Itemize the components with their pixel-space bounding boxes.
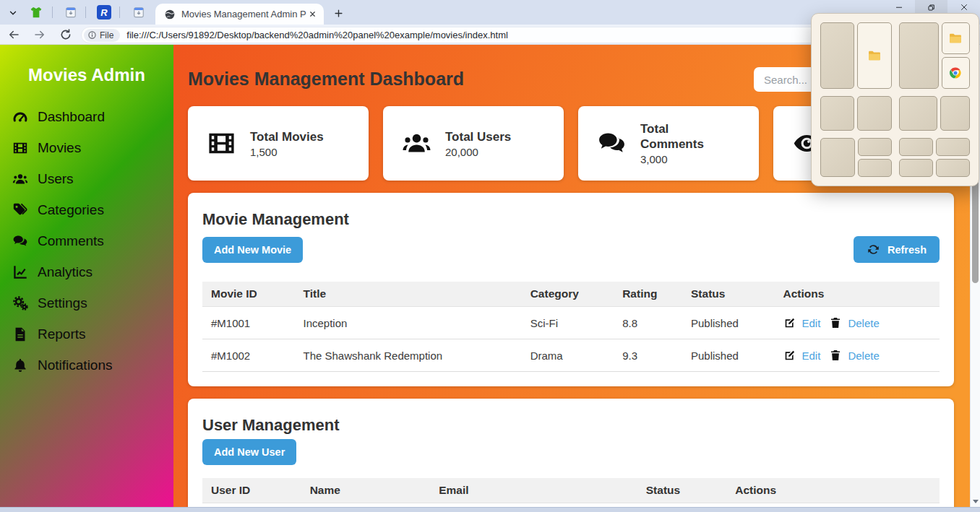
edit-link[interactable]: Edit (802, 350, 821, 362)
snap-pane[interactable] (899, 138, 933, 156)
window-controls (882, 0, 980, 14)
stat-card-total-users: Total Users20,000 (383, 106, 564, 181)
movies-table: Movie ID Title Category Rating Status Ac… (202, 282, 940, 372)
comments-icon (597, 129, 627, 158)
sidebar-item-label: Comments (38, 233, 104, 249)
section-title: Movie Management (202, 210, 940, 229)
sidebar-item-label: Analytics (38, 264, 93, 280)
site-info-chip[interactable]: File (84, 29, 120, 42)
sidebar-item-notifications[interactable]: Notifications (0, 350, 173, 381)
refresh-button[interactable]: Refresh (854, 236, 940, 263)
delete-link[interactable]: Delete (848, 350, 879, 362)
snap-layout-option-5[interactable] (820, 138, 892, 177)
users-icon (12, 171, 28, 187)
movie-category: Sci-Fi (522, 307, 614, 339)
tab-search-button[interactable] (6, 6, 20, 20)
column-header: Status (637, 478, 726, 503)
sidebar-item-comments[interactable]: Comments (0, 225, 173, 256)
snap-pane[interactable] (899, 96, 938, 131)
snap-pane[interactable] (820, 96, 854, 131)
add-new-user-button[interactable]: Add New User (202, 439, 296, 465)
column-header: Rating (614, 282, 682, 307)
stat-label: Total Users (445, 129, 511, 144)
back-button[interactable] (7, 28, 20, 41)
trash-icon[interactable] (829, 316, 842, 329)
stat-label: Total Movies (250, 129, 324, 144)
sidebar-item-analytics[interactable]: Analytics (0, 256, 173, 287)
snap-layout-option-2[interactable] (899, 22, 971, 89)
close-window-button[interactable] (947, 0, 980, 14)
add-new-movie-button[interactable]: Add New Movie (202, 237, 303, 263)
column-header: User ID (202, 478, 301, 503)
snap-pane[interactable] (936, 138, 970, 156)
tab-divider (85, 6, 86, 18)
chrome-icon (949, 66, 962, 79)
film-icon (207, 129, 236, 158)
column-header: Actions (775, 282, 940, 307)
sidebar-item-label: Categories (38, 202, 104, 218)
snap-pane[interactable] (936, 159, 970, 177)
movie-management-section: Movie Management Add New Movie Refresh M… (188, 193, 954, 386)
chart-line-icon (12, 264, 28, 280)
pinned-tab-webstore-icon[interactable] (64, 5, 78, 19)
snap-pane[interactable] (820, 138, 855, 177)
cogs-icon (12, 295, 28, 311)
snap-pane[interactable] (899, 22, 939, 89)
snap-pane[interactable] (942, 57, 970, 89)
snap-pane[interactable] (820, 22, 854, 89)
sidebar-item-reports[interactable]: Reports (0, 318, 173, 350)
delete-link[interactable]: Delete (848, 317, 879, 329)
column-header: Status (682, 282, 775, 307)
minimize-button[interactable] (882, 0, 915, 14)
sidebar-item-users[interactable]: Users (0, 163, 173, 194)
snap-pane[interactable] (857, 96, 891, 131)
url-text: file:///C:/Users/91892/Desktop/backend%2… (126, 30, 508, 40)
sidebar-item-dashboard[interactable]: Dashboard (0, 101, 173, 132)
snap-pane[interactable] (858, 159, 891, 177)
trash-icon[interactable] (829, 349, 842, 362)
sync-icon (867, 243, 880, 256)
forward-button[interactable] (33, 28, 46, 41)
edit-link[interactable]: Edit (802, 317, 821, 329)
movie-category: Drama (522, 339, 614, 372)
edit-icon[interactable] (783, 316, 796, 329)
active-tab[interactable]: Movies Management Admin Pa (155, 4, 324, 25)
scroll-down-arrow[interactable] (973, 500, 979, 503)
stat-value: 20,000 (445, 146, 511, 158)
column-header: Category (522, 282, 614, 307)
reload-button[interactable] (59, 28, 72, 41)
tab-divider (52, 6, 53, 18)
pinned-tab-green-app-icon[interactable] (29, 5, 43, 19)
column-header: Email (430, 478, 637, 503)
folder-icon (867, 48, 882, 63)
edit-icon[interactable] (783, 349, 796, 362)
user-management-section: User Management Add New User User ID Nam… (188, 399, 954, 507)
sidebar-item-settings[interactable]: Settings (0, 287, 173, 318)
snap-layout-option-1[interactable] (820, 22, 892, 89)
sidebar-item-categories[interactable]: Categories (0, 194, 173, 225)
snap-pane[interactable] (857, 22, 891, 89)
tab-close-button[interactable] (306, 9, 318, 20)
comments-icon (12, 233, 28, 249)
sidebar-item-movies[interactable]: Movies (0, 132, 173, 163)
snap-layout-option-3[interactable] (820, 96, 892, 131)
refresh-label: Refresh (887, 244, 927, 256)
new-tab-button[interactable] (331, 6, 345, 20)
sidebar-item-label: Settings (38, 295, 87, 311)
pinned-tab-r-logo-icon[interactable]: R (97, 5, 111, 19)
stat-value: 3,000 (640, 153, 733, 165)
snap-pane[interactable] (858, 138, 891, 156)
site-chip-label: File (100, 30, 113, 40)
snap-layout-option-4[interactable] (899, 96, 971, 131)
bell-icon (12, 357, 28, 373)
restore-icon (927, 3, 936, 12)
pinned-tab-webstore-icon-2[interactable] (132, 5, 146, 19)
snap-pane[interactable] (942, 22, 970, 54)
column-header: Name (301, 478, 431, 503)
column-header: Movie ID (202, 282, 295, 307)
snap-layout-option-6[interactable] (899, 138, 971, 177)
table-row: #M1002 The Shawshank Redemption Drama 9.… (202, 339, 940, 372)
snap-pane[interactable] (940, 96, 970, 131)
maximize-button[interactable] (915, 0, 947, 14)
snap-pane[interactable] (899, 159, 933, 177)
